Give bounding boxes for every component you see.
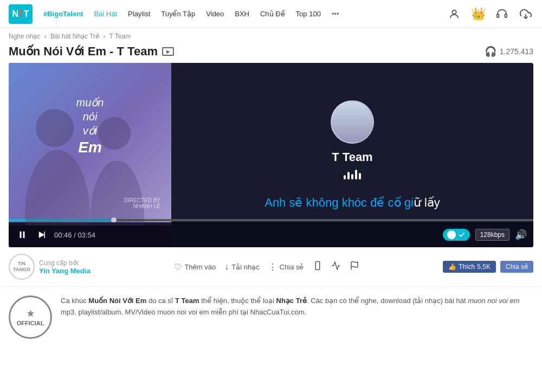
svg-marker-10 xyxy=(39,232,45,238)
facebook-row: 👍 Thích 5,5K Chia sẻ xyxy=(443,261,533,273)
breadcrumb-nhac-tre[interactable]: Bài hát Nhạc Trẻ xyxy=(50,33,99,40)
album-art-panel: muốnnóivớiEm DIRECTED BY NHANH LÊ xyxy=(9,63,171,247)
share-button[interactable]: ⋮ Chia sẻ xyxy=(268,262,304,272)
svg-rect-8 xyxy=(20,232,22,238)
nav-item-bxh[interactable]: BXH xyxy=(230,8,254,20)
video-indicator-icon[interactable]: ▶ xyxy=(162,47,174,56)
artist-name: T Team xyxy=(332,150,372,164)
nav-item-tuyentap[interactable]: Tuyển Tập xyxy=(157,8,199,20)
next-button[interactable] xyxy=(35,229,49,241)
nav-item-playlist[interactable]: Playlist xyxy=(124,8,154,20)
nav-item-chude[interactable]: Chủ Đề xyxy=(256,8,289,20)
nav-item-bigotalent[interactable]: #BigoTalent xyxy=(39,8,87,20)
volume-icon[interactable]: 🔊 xyxy=(515,229,527,241)
svg-point-5 xyxy=(90,160,144,226)
quality-button[interactable]: 128kbps xyxy=(475,229,509,241)
add-to-playlist-button[interactable]: ♡ Thêm vào xyxy=(174,262,216,272)
lyrics-white-part: ữ lấy xyxy=(414,196,440,209)
provider-row: TIN TANGO Cung cấp bởi: Yin Yang Media ♡… xyxy=(0,247,542,287)
download-arrow-icon: ↓ xyxy=(224,262,229,272)
desc-genre: Nhạc Trẻ xyxy=(276,297,307,305)
breadcrumb: Nghe nhạc › Bài hát Nhạc Trẻ › T Team xyxy=(0,28,542,42)
logo-highlight: T xyxy=(18,9,24,19)
provider-badge: TIN TANGO xyxy=(9,254,35,280)
heart-icon: ♡ xyxy=(174,262,182,272)
nav-item-baihat[interactable]: Bài Hát xyxy=(89,8,121,20)
toggle-button[interactable] xyxy=(443,229,470,241)
mobile-icon-button[interactable] xyxy=(313,261,322,273)
user-icon[interactable] xyxy=(447,7,462,22)
facebook-like-button[interactable]: 👍 Thích 5,5K xyxy=(443,261,496,273)
headphone-count-icon: 🎧 xyxy=(485,46,496,57)
listen-count-value: 1.275.413 xyxy=(500,47,533,56)
flag-icon xyxy=(350,261,359,273)
nav-item-top100[interactable]: Top 100 xyxy=(292,8,325,20)
svg-rect-9 xyxy=(23,232,25,238)
description-section: ★ OFFICIAL Ca khúc Muốn Nói Với Em do ca… xyxy=(0,287,542,348)
logo[interactable]: NTT xyxy=(9,4,33,24)
headphone-nav-icon[interactable] xyxy=(494,7,509,22)
download-icon[interactable] xyxy=(518,7,533,22)
lyrics-display: Anh sẽ không khóc để cố giữ lấy xyxy=(264,196,440,210)
svg-rect-12 xyxy=(315,262,320,270)
header-icons: 👑 xyxy=(447,7,533,22)
description-text: Ca khúc Muốn Nói Với Em do ca sĩ T Team … xyxy=(61,295,533,318)
provider-info-label: Cung cấp bởi: xyxy=(39,259,91,267)
flag-icon-button[interactable] xyxy=(350,261,359,273)
album-art: muốnnóivớiEm DIRECTED BY NHANH LÊ xyxy=(9,63,171,226)
controls-bar: 00:46 / 03:54 128kbps 🔊 xyxy=(9,222,533,247)
header: NTT #BigoTalent Bài Hát Playlist Tuyển T… xyxy=(0,0,542,28)
facebook-share-button[interactable]: Chia sẻ xyxy=(500,261,533,273)
page-title: Muốn Nói Với Em - T Team ▶ xyxy=(9,44,174,59)
desc-artist: T Team xyxy=(175,297,199,305)
toggle-dot xyxy=(447,230,456,239)
desc-song-name: Muốn Nói Với Em xyxy=(88,297,146,305)
equalizer xyxy=(344,169,361,179)
time-display: 00:46 / 03:54 xyxy=(54,231,95,239)
share-icon: ⋮ xyxy=(268,262,277,272)
chart-icon-button[interactable] xyxy=(331,261,341,273)
album-em-text: Em xyxy=(76,138,104,157)
download-music-button[interactable]: ↓ Tải nhạc xyxy=(224,262,259,272)
nav-more-button[interactable]: ••• xyxy=(327,8,344,20)
page-title-row: Muốn Nói Với Em - T Team ▶ 🎧 1.275.413 xyxy=(0,42,542,63)
premium-icon[interactable]: 👑 xyxy=(470,7,486,22)
mobile-icon xyxy=(313,261,322,273)
listen-count: 🎧 1.275.413 xyxy=(485,46,533,57)
official-badge: ★ OFFICIAL xyxy=(9,295,52,339)
video-player[interactable]: muốnnóivớiEm DIRECTED BY NHANH LÊ T Team… xyxy=(9,63,533,247)
main-nav: #BigoTalent Bài Hát Playlist Tuyển Tập V… xyxy=(39,8,440,20)
nav-item-video[interactable]: Video xyxy=(202,8,228,20)
album-subtitle: DIRECTED BY NHANH LÊ xyxy=(124,197,160,209)
svg-rect-1 xyxy=(497,14,499,17)
chart-icon xyxy=(331,261,341,273)
svg-point-0 xyxy=(452,10,456,14)
official-star: ★ xyxy=(27,309,34,319)
thumb-up-icon: 👍 xyxy=(448,263,456,271)
provider-name[interactable]: Yin Yang Media xyxy=(39,267,91,275)
lyrics-blue-part: Anh sẽ không khóc để cố gi xyxy=(264,196,414,209)
provider-logo: TIN TANGO Cung cấp bởi: Yin Yang Media xyxy=(9,254,91,280)
play-pause-button[interactable] xyxy=(15,229,29,241)
breadcrumb-nghe-nhac[interactable]: Nghe nhạc xyxy=(9,33,40,40)
svg-rect-2 xyxy=(505,14,507,17)
action-buttons: ♡ Thêm vào ↓ Tải nhạc ⋮ Chia sẻ xyxy=(99,261,435,273)
breadcrumb-t-team[interactable]: T Team xyxy=(109,33,131,40)
desc-song-name-lower: muon noi voi em xyxy=(468,297,519,305)
artist-avatar xyxy=(331,100,374,144)
